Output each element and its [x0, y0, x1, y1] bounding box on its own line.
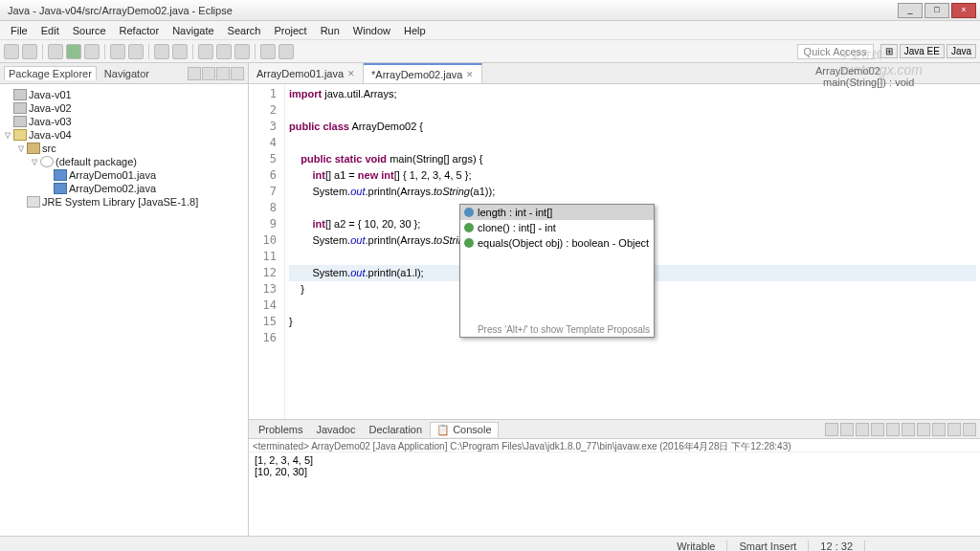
menu-file[interactable]: File	[4, 25, 34, 36]
autocomplete-item[interactable]: length : int - int[]	[460, 205, 654, 220]
separator	[255, 44, 256, 59]
tree-item[interactable]: Java-v03	[2, 115, 246, 128]
console-pin-icon[interactable]	[902, 423, 915, 436]
status-bar: Writable Smart Insert 12 : 32	[0, 536, 980, 551]
perspective-switcher: ⊞ Java EE Java	[880, 44, 976, 58]
menu-source[interactable]: Source	[66, 25, 113, 36]
line-gutter: 12345678910111213141516	[249, 84, 285, 419]
tree-item[interactable]: JRE System Library [JavaSE-1.8]	[2, 195, 246, 209]
sidebar-tabs: Package Explorer Navigator	[0, 63, 248, 84]
separator	[42, 44, 43, 59]
window-controls: _ □ ×	[898, 3, 976, 18]
bottom-tab-problems[interactable]: Problems	[253, 423, 308, 436]
bottom-tabs: ProblemsJavadocDeclaration📋 Console	[249, 420, 980, 439]
link-editor-icon[interactable]	[202, 67, 215, 80]
close-tab-icon[interactable]: ✕	[347, 69, 355, 78]
status-writable: Writable	[665, 540, 727, 552]
outline-overlay: ArrayDemo02 main(String[]) : void	[813, 65, 976, 88]
console-terminated-label: <terminated> ArrayDemo02 [Java Applicati…	[249, 439, 980, 452]
minimize-panel-icon[interactable]	[947, 423, 961, 436]
console-display-icon[interactable]	[917, 423, 930, 436]
separator	[104, 44, 105, 59]
console-output[interactable]: [1, 2, 3, 4, 5][10, 20, 30]	[249, 452, 980, 479]
bottom-tab-javadoc[interactable]: Javadoc	[310, 423, 361, 436]
menu-bar: FileEditSourceRefactorNavigateSearchProj…	[0, 21, 980, 40]
window-title: Java - Java-v04/src/ArrayDemo02.java - E…	[4, 5, 898, 16]
menu-project[interactable]: Project	[267, 25, 313, 36]
new-package-icon[interactable]	[110, 44, 125, 59]
project-tree[interactable]: Java-v01Java-v02Java-v03▽Java-v04▽src▽(d…	[0, 84, 248, 536]
status-insert: Smart Insert	[727, 540, 809, 552]
menu-navigate[interactable]: Navigate	[166, 25, 220, 36]
status-cursor-pos: 12 : 32	[809, 540, 865, 552]
save-icon[interactable]	[22, 44, 37, 59]
console-terminate-icon[interactable]	[856, 423, 869, 436]
forward-icon[interactable]	[278, 44, 294, 59]
minimize-view-icon[interactable]	[231, 67, 244, 80]
menu-edit[interactable]: Edit	[34, 25, 66, 36]
menu-window[interactable]: Window	[346, 25, 397, 36]
menu-help[interactable]: Help	[397, 25, 433, 36]
maximize-panel-icon[interactable]	[963, 423, 976, 436]
run-icon[interactable]	[66, 44, 81, 59]
autocomplete-hint: Press 'Alt+/' to show Template Proposals	[478, 324, 650, 335]
tree-item[interactable]: ArrayDemo02.java	[2, 182, 246, 195]
open-type-icon[interactable]	[154, 44, 169, 59]
tree-item[interactable]: Java-v01	[2, 88, 246, 101]
search-icon[interactable]	[172, 44, 188, 59]
menu-refactor[interactable]: Refactor	[113, 25, 167, 36]
close-button[interactable]: ×	[951, 3, 976, 18]
console-open-icon[interactable]	[932, 423, 946, 436]
view-menu-icon[interactable]	[216, 67, 230, 80]
toolbar: Quick Access ⊞ Java EE Java	[0, 40, 980, 63]
open-perspective-icon[interactable]: ⊞	[880, 44, 898, 58]
outline-method[interactable]: main(String[]) : void	[813, 77, 976, 88]
run-last-icon[interactable]	[84, 44, 100, 59]
maximize-button[interactable]: □	[924, 3, 949, 18]
tree-item[interactable]: ArrayDemo01.java	[2, 168, 246, 182]
separator	[192, 44, 193, 59]
editor-tab[interactable]: ArrayDemo01.java✕	[249, 63, 364, 83]
separator	[148, 44, 149, 59]
console-lock-icon[interactable]	[886, 423, 900, 436]
perspective-java[interactable]: Java	[947, 44, 976, 58]
tree-item[interactable]: Java-v02	[2, 101, 246, 115]
minimize-button[interactable]: _	[898, 3, 923, 18]
close-tab-icon[interactable]: ✕	[466, 70, 474, 79]
console-clear-icon[interactable]	[871, 423, 884, 436]
collapse-all-icon[interactable]	[188, 67, 201, 80]
toggle-mark-icon[interactable]	[198, 44, 213, 59]
console-remove-all-icon[interactable]	[840, 423, 854, 436]
tree-item[interactable]: ▽src	[2, 142, 246, 155]
autocomplete-item[interactable]: clone() : int[] - int	[460, 220, 654, 235]
autocomplete-popup[interactable]: length : int - int[]clone() : int[] - in…	[459, 204, 655, 338]
autocomplete-item[interactable]: equals(Object obj) : boolean - Object	[460, 235, 654, 251]
window-titlebar: Java - Java-v04/src/ArrayDemo02.java - E…	[0, 0, 980, 21]
editor-tab[interactable]: *ArrayDemo02.java✕	[364, 63, 482, 83]
menu-run[interactable]: Run	[314, 25, 346, 36]
next-annotation-icon[interactable]	[216, 44, 232, 59]
bottom-panel: ProblemsJavadocDeclaration📋 Console <ter…	[249, 419, 980, 536]
console-remove-icon[interactable]	[825, 423, 838, 436]
menu-search[interactable]: Search	[221, 25, 268, 36]
new-class-icon[interactable]	[128, 44, 144, 59]
quick-access-input[interactable]: Quick Access	[797, 44, 874, 59]
tab-package-explorer[interactable]: Package Explorer	[4, 66, 97, 80]
outline-class[interactable]: ArrayDemo02	[813, 65, 976, 77]
bottom-tab-declaration[interactable]: Declaration	[363, 423, 428, 436]
debug-icon[interactable]	[48, 44, 63, 59]
package-explorer-view: Package Explorer Navigator Java-v01Java-…	[0, 63, 249, 536]
bottom-tab-console[interactable]: 📋 Console	[430, 422, 498, 437]
new-icon[interactable]	[4, 44, 19, 59]
tree-item[interactable]: ▽Java-v04	[2, 128, 246, 142]
perspective-javaee[interactable]: Java EE	[900, 44, 945, 58]
tree-item[interactable]: ▽(default package)	[2, 155, 246, 168]
back-icon[interactable]	[260, 44, 276, 59]
tab-navigator[interactable]: Navigator	[104, 68, 149, 79]
prev-annotation-icon[interactable]	[234, 44, 250, 59]
